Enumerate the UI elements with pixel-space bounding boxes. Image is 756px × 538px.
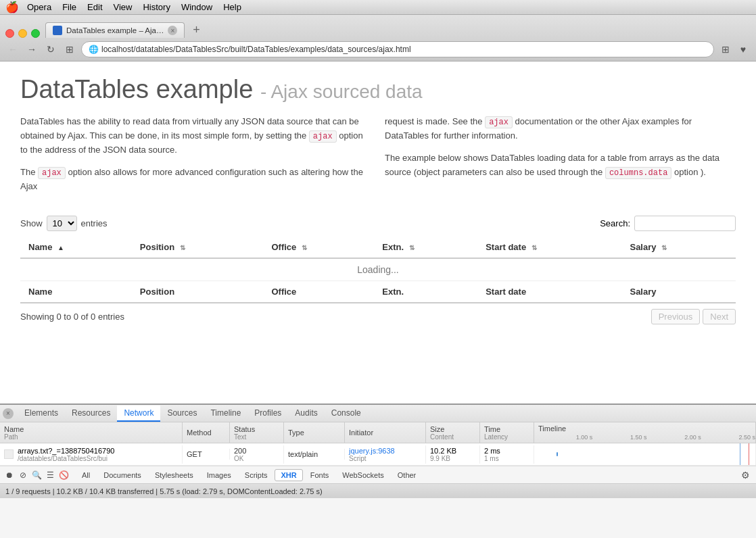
filter-other[interactable]: Other — [392, 469, 423, 481]
nh-timeline[interactable]: Timeline 1.00 s 1.50 s 2.00 s 2.50 s — [534, 422, 756, 443]
reload-button[interactable]: ↻ — [43, 42, 58, 57]
security-icon: 🌐 — [89, 45, 99, 54]
entries-select[interactable]: 10 25 50 — [47, 216, 77, 231]
initiator-link[interactable]: jquery.js:9638 — [349, 447, 395, 455]
block-icon[interactable]: 🚫 — [58, 470, 69, 481]
search-input[interactable] — [634, 216, 736, 231]
maximize-button[interactable] — [31, 29, 40, 38]
filter-xhr[interactable]: XHR — [275, 469, 302, 481]
next-button[interactable]: Next — [703, 309, 736, 324]
nh-status-label: Status — [234, 425, 279, 433]
foot-position: Position — [132, 280, 264, 303]
sort-icon-salary: ⇅ — [661, 244, 667, 251]
pagination: Previous Next — [651, 309, 736, 324]
tab-timeline[interactable]: Timeline — [204, 406, 247, 422]
nh-initiator[interactable]: Initiator — [345, 422, 426, 443]
nh-size-sub: Content — [430, 433, 475, 441]
tab-resources[interactable]: Resources — [65, 406, 117, 422]
nh-time[interactable]: Time Latency — [480, 422, 534, 443]
prev-button[interactable]: Previous — [651, 309, 701, 324]
nh-size[interactable]: Size Content — [426, 422, 480, 443]
settings-gear-icon[interactable]: ⚙ — [738, 468, 752, 482]
datatable: Name ▲ Position ⇅ Office ⇅ Extn. ⇅ Start… — [20, 237, 736, 303]
search-area: Search: — [600, 216, 736, 231]
entries-label: entries — [81, 218, 108, 228]
tab-sources[interactable]: Sources — [160, 406, 204, 422]
new-tab-button[interactable]: + — [187, 22, 205, 38]
list-icon[interactable]: ☰ — [45, 470, 55, 481]
col-startdate[interactable]: Start date ⇅ — [477, 237, 621, 258]
nc-time: 2 ms 1 ms — [480, 445, 534, 464]
back-button[interactable]: ← — [5, 42, 20, 57]
speed-dial-button[interactable]: ⊞ — [62, 42, 77, 57]
address-bar: ← → ↻ ⊞ 🌐 localhost/datatables/DataTable… — [0, 38, 756, 61]
filter-stylesheets[interactable]: Stylesheets — [149, 469, 199, 481]
file-path: /datatables/DataTablesSrc/bui — [18, 455, 114, 462]
tab-profiles[interactable]: Profiles — [247, 406, 288, 422]
nh-name[interactable]: Name Path — [0, 422, 183, 443]
search-icon[interactable]: 🔍 — [31, 470, 42, 481]
filter-websockets[interactable]: WebSockets — [336, 469, 390, 481]
foot-office: Office — [263, 280, 374, 303]
status-bar: 1 / 9 requests | 10.2 KB / 10.4 KB trans… — [0, 483, 756, 498]
table-footer: Showing 0 to 0 of 0 entries Previous Nex… — [20, 309, 736, 324]
nc-status: 200 OK — [230, 445, 284, 464]
menu-opera[interactable]: Opera — [27, 2, 51, 12]
devtools-close-button[interactable]: × — [3, 408, 14, 419]
nh-method[interactable]: Method — [183, 422, 230, 443]
filter-documents[interactable]: Documents — [97, 469, 147, 481]
nh-type-label: Type — [288, 429, 340, 437]
close-button[interactable] — [5, 29, 14, 38]
menu-edit[interactable]: Edit — [87, 2, 102, 12]
menu-view[interactable]: View — [114, 2, 133, 12]
traffic-lights — [5, 29, 40, 38]
tab-favicon — [53, 26, 62, 35]
nh-size-label: Size — [430, 425, 475, 433]
sort-icon-startdate: ⇅ — [531, 244, 537, 251]
tab-bar: DataTables example – Aja… × + — [0, 15, 756, 38]
nh-status-sub: Text — [234, 433, 279, 441]
bookmark-button[interactable]: ♥ — [736, 42, 751, 57]
col-salary[interactable]: Salary ⇅ — [621, 237, 736, 258]
page-content: DataTables example - Ajax sourced data D… — [0, 62, 756, 404]
sort-icon-name: ▲ — [57, 244, 64, 251]
description-left: DataTables has the ability to read data … — [20, 115, 371, 202]
filter-all[interactable]: All — [76, 469, 96, 481]
col-extn[interactable]: Extn. ⇅ — [374, 237, 477, 258]
col-name[interactable]: Name ▲ — [20, 237, 132, 258]
tab-audits[interactable]: Audits — [288, 406, 324, 422]
clear-icon[interactable]: ⊘ — [18, 470, 28, 481]
table-header-row: Name ▲ Position ⇅ Office ⇅ Extn. ⇅ Start… — [20, 237, 736, 258]
nc-name: arrays.txt?_=1388750416790 /datatables/D… — [0, 445, 183, 464]
nh-type[interactable]: Type — [284, 422, 345, 443]
filter-scripts[interactable]: Scripts — [239, 469, 274, 481]
nh-status[interactable]: Status Text — [230, 422, 284, 443]
network-table-header: Name Path Method Status Text Type Initia… — [0, 422, 756, 443]
browser-tab[interactable]: DataTables example – Aja… × — [45, 22, 185, 38]
tab-close-button[interactable]: × — [168, 26, 177, 35]
network-row[interactable]: arrays.txt?_=1388750416790 /datatables/D… — [0, 443, 756, 466]
nc-method: GET — [183, 449, 230, 460]
apple-logo[interactable]: 🍎 — [5, 1, 19, 14]
description-grid: DataTables has the ability to read data … — [20, 115, 736, 202]
tab-console[interactable]: Console — [325, 406, 368, 422]
filter-images[interactable]: Images — [201, 469, 237, 481]
tab-elements[interactable]: Elements — [18, 406, 65, 422]
forward-button[interactable]: → — [24, 42, 39, 57]
menu-help[interactable]: Help — [223, 2, 241, 12]
col-position[interactable]: Position ⇅ — [132, 237, 264, 258]
grid-view-button[interactable]: ⊞ — [718, 42, 733, 57]
menu-window[interactable]: Window — [181, 2, 212, 12]
tab-title: DataTables example – Aja… — [66, 26, 164, 34]
code-columns-data: columns.data — [605, 167, 671, 179]
menu-file[interactable]: File — [62, 2, 76, 12]
record-icon[interactable]: ⏺ — [4, 470, 15, 481]
menu-history[interactable]: History — [143, 2, 170, 12]
col-office[interactable]: Office ⇅ — [263, 237, 374, 258]
nc-type: text/plain — [284, 449, 345, 460]
show-entries: Show 10 25 50 entries — [20, 216, 108, 231]
filter-fonts[interactable]: Fonts — [304, 469, 335, 481]
tab-network[interactable]: Network — [117, 406, 160, 422]
url-bar[interactable]: 🌐 localhost/datatables/DataTablesSrc/bui… — [81, 41, 714, 57]
minimize-button[interactable] — [18, 29, 27, 38]
